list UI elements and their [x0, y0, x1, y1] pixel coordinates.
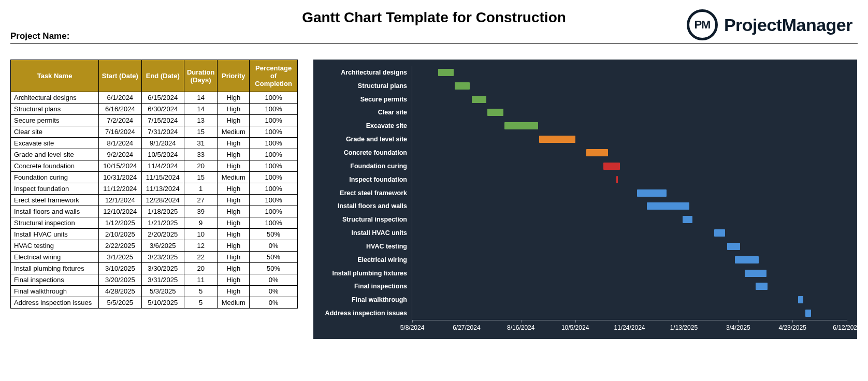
- table-cell-duration: 10: [184, 229, 217, 240]
- gantt-row-label: Erect steel framework: [340, 189, 407, 197]
- table-cell-end: 12/28/2024: [141, 195, 184, 206]
- table-cell-duration: 20: [184, 263, 217, 274]
- table-cell-start: 11/12/2024: [99, 183, 141, 195]
- task-table-body: Architectural designs6/1/20246/15/202414…: [11, 92, 298, 309]
- gantt-bar: [756, 283, 768, 290]
- table-cell-name: Foundation curing: [11, 172, 99, 183]
- gantt-row-label: Final inspections: [354, 283, 407, 290]
- gantt-row-label: Install plumbing fixtures: [332, 270, 407, 277]
- gantt-bar: [727, 243, 740, 250]
- table-cell-start: 3/1/2025: [99, 252, 141, 263]
- table-cell-priority: High: [218, 252, 250, 263]
- gantt-x-tick-label: 8/16/2024: [507, 324, 534, 331]
- table-cell-pct: 50%: [250, 263, 298, 274]
- table-cell-start: 2/10/2025: [99, 229, 141, 240]
- table-cell-priority: High: [218, 263, 250, 274]
- table-cell-end: 7/15/2024: [141, 115, 184, 126]
- table-cell-pct: 100%: [250, 149, 298, 160]
- table-row: Secure permits7/2/20247/15/202413High100…: [11, 115, 298, 126]
- gantt-bar: [683, 216, 692, 223]
- gantt-x-tick-label: 4/23/2025: [778, 324, 806, 331]
- gantt-bar: [798, 296, 803, 303]
- table-cell-duration: 5: [184, 297, 217, 309]
- table-cell-name: Address inspection issues: [11, 297, 99, 309]
- gantt-x-tick-label: 6/12/2025: [833, 324, 860, 331]
- table-cell-priority: High: [218, 138, 250, 149]
- gantt-chart: Architectural designsStructural plansSec…: [313, 60, 857, 339]
- table-cell-priority: High: [218, 149, 250, 160]
- gantt-row-label: Install floors and walls: [338, 202, 407, 210]
- gantt-row-label: Secure permits: [360, 96, 407, 103]
- table-row: Erect steel framework12/1/202412/28/2024…: [11, 195, 298, 206]
- gantt-bar: [647, 202, 689, 210]
- gantt-row-label: Inspect foundation: [349, 176, 407, 183]
- table-cell-pct: 100%: [250, 195, 298, 206]
- gantt-row-label: Grade and level site: [346, 136, 407, 143]
- table-cell-end: 7/31/2024: [141, 126, 184, 138]
- gantt-x-tick: [847, 320, 847, 323]
- table-cell-pct: 100%: [250, 92, 298, 104]
- brand-logo: PM ProjectManager: [687, 9, 852, 40]
- table-cell-name: HVAC testing: [11, 240, 99, 252]
- brand-logo-icon: PM: [687, 9, 718, 40]
- task-table: Task NameStart (Date)End (Date)Duration …: [10, 60, 298, 309]
- table-cell-end: 3/6/2025: [141, 240, 184, 252]
- gantt-plot-area: Architectural designsStructural plansSec…: [412, 66, 847, 320]
- table-cell-duration: 22: [184, 252, 217, 263]
- table-cell-name: Erect steel framework: [11, 195, 99, 206]
- table-cell-duration: 33: [184, 149, 217, 160]
- table-cell-name: Install floors and walls: [11, 206, 99, 217]
- table-cell-end: 10/5/2024: [141, 149, 184, 160]
- table-cell-duration: 20: [184, 160, 217, 172]
- main-content: Task NameStart (Date)End (Date)Duration …: [10, 60, 858, 339]
- table-cell-name: Architectural designs: [11, 92, 99, 104]
- table-cell-start: 6/1/2024: [99, 92, 141, 104]
- gantt-x-tick-label: 5/8/2024: [400, 324, 425, 331]
- gantt-x-tick: [412, 320, 413, 323]
- table-cell-end: 6/15/2024: [141, 92, 184, 104]
- table-cell-duration: 1: [184, 183, 217, 195]
- table-cell-duration: 12: [184, 240, 217, 252]
- table-row: Structural inspection1/12/20251/21/20259…: [11, 217, 298, 229]
- table-cell-pct: 100%: [250, 206, 298, 217]
- table-cell-end: 6/30/2024: [141, 104, 184, 115]
- table-cell-start: 7/2/2024: [99, 115, 141, 126]
- table-cell-duration: 15: [184, 172, 217, 183]
- table-row: Electrical wiring3/1/20253/23/202522High…: [11, 252, 298, 263]
- table-row: Address inspection issues5/5/20255/10/20…: [11, 297, 298, 309]
- table-cell-pct: 100%: [250, 126, 298, 138]
- gantt-x-tick: [521, 320, 522, 323]
- gantt-x-tick-label: 1/13/2025: [670, 324, 698, 331]
- table-cell-priority: High: [218, 160, 250, 172]
- table-row: Foundation curing10/31/202411/15/202415M…: [11, 172, 298, 183]
- task-table-header-row: Task NameStart (Date)End (Date)Duration …: [11, 60, 298, 92]
- table-cell-name: Final walkthrough: [11, 286, 99, 297]
- table-cell-name: Concrete foundation: [11, 160, 99, 172]
- table-cell-end: 11/4/2024: [141, 160, 184, 172]
- gantt-x-tick-label: 6/27/2024: [453, 324, 480, 331]
- table-cell-end: 3/30/2025: [141, 263, 184, 274]
- table-cell-pct: 100%: [250, 172, 298, 183]
- table-cell-priority: Medium: [218, 297, 250, 309]
- gantt-row-label: Address inspection issues: [325, 310, 407, 317]
- gantt-x-tick: [467, 320, 467, 323]
- table-header-cell: Duration (Days): [184, 60, 217, 92]
- gantt-bar: [745, 270, 766, 277]
- gantt-row-label: Install HVAC units: [352, 229, 407, 237]
- table-cell-pct: 50%: [250, 252, 298, 263]
- table-cell-start: 3/10/2025: [99, 263, 141, 274]
- table-cell-priority: High: [218, 286, 250, 297]
- table-row: Install HVAC units2/10/20252/20/202510Hi…: [11, 229, 298, 240]
- table-cell-end: 1/21/2025: [141, 217, 184, 229]
- gantt-x-tick: [684, 320, 684, 323]
- gantt-x-tick: [575, 320, 576, 323]
- table-cell-name: Electrical wiring: [11, 252, 99, 263]
- table-cell-priority: High: [218, 217, 250, 229]
- table-cell-name: Install plumbing fixtures: [11, 263, 99, 274]
- table-cell-end: 5/3/2025: [141, 286, 184, 297]
- table-cell-priority: High: [218, 240, 250, 252]
- gantt-bar: [616, 176, 618, 183]
- table-header-cell: Percentage of Completion: [250, 60, 298, 92]
- gantt-bar: [637, 189, 667, 197]
- brand-logo-text: ProjectManager: [724, 15, 852, 35]
